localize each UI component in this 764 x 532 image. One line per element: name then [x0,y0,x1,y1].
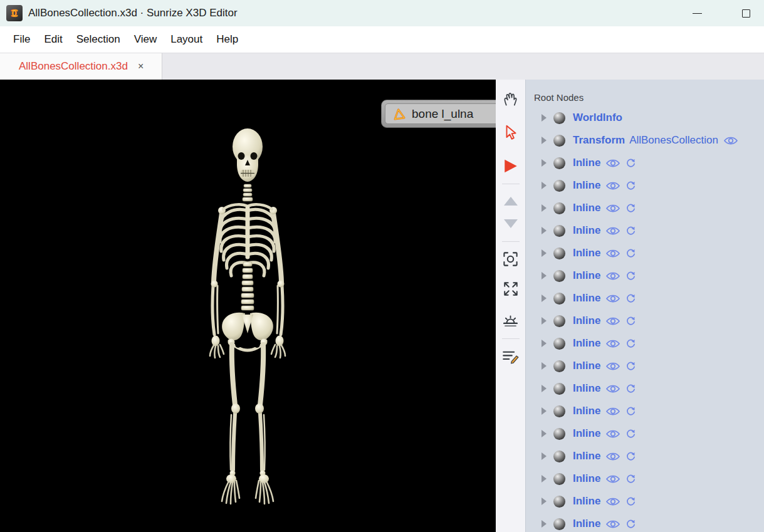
tree-node-row[interactable]: Inline [526,152,764,174]
tree-node-row[interactable]: Inline [526,219,764,242]
reload-icon[interactable] [625,248,636,259]
expand-arrow-icon[interactable] [542,475,547,482]
tree-node-row[interactable]: Inline [526,174,764,197]
node-type-label[interactable]: Inline [573,382,600,395]
visibility-eye-icon[interactable] [606,452,620,461]
visibility-eye-icon[interactable] [606,159,620,168]
tree-node-row[interactable]: Inline [526,445,764,467]
tree-node-row[interactable]: Inline [526,355,764,377]
expand-arrow-icon[interactable] [542,407,547,415]
node-type-label[interactable]: Inline [573,315,600,327]
minimize-button[interactable] [688,4,706,23]
reload-icon[interactable] [625,180,636,191]
select-arrow-tool[interactable] [501,123,521,142]
hand-pan-tool[interactable] [501,89,521,108]
reload-icon[interactable] [625,406,636,417]
move-up-button[interactable] [501,192,521,211]
viewport-3d[interactable]: bone l_ulna [0,80,496,532]
node-type-label[interactable]: Inline [573,360,600,372]
expand-arrow-icon[interactable] [542,498,547,505]
node-type-label[interactable]: Inline [573,405,600,417]
reload-icon[interactable] [625,519,636,529]
node-type-label[interactable]: WorldInfo [573,112,622,124]
tree-node-row[interactable]: Inline [526,377,764,400]
tree-node-row[interactable]: WorldInfo [526,107,764,129]
node-type-label[interactable]: Inline [573,247,600,259]
fit-view-button[interactable] [501,279,521,298]
visibility-eye-icon[interactable] [606,339,620,348]
edit-script-button[interactable] [501,347,521,365]
reload-icon[interactable] [625,203,636,214]
visibility-eye-icon[interactable] [606,362,620,371]
expand-arrow-icon[interactable] [542,114,547,122]
reload-icon[interactable] [625,474,636,484]
visibility-eye-icon[interactable] [606,204,620,213]
reload-icon[interactable] [625,158,636,169]
node-name-label[interactable]: AllBonesCollection [629,134,718,147]
visibility-eye-icon[interactable] [606,497,620,506]
node-type-label[interactable]: Inline [573,224,600,237]
visibility-eye-icon[interactable] [606,226,620,236]
expand-arrow-icon[interactable] [542,227,547,234]
menu-item[interactable]: Layout [164,29,209,50]
tab-close-icon[interactable]: × [138,61,144,72]
reload-icon[interactable] [625,361,636,372]
visibility-eye-icon[interactable] [606,316,620,326]
play-button[interactable] [501,157,521,175]
node-type-label[interactable]: Inline [573,472,600,485]
tree-node-row[interactable]: Inline [526,264,764,287]
tree-node-row[interactable]: Inline [526,310,764,332]
visibility-eye-icon[interactable] [606,429,620,439]
move-down-button[interactable] [501,214,521,233]
skeleton-model[interactable] [186,127,311,518]
node-type-label[interactable]: Transform [573,134,625,147]
menu-item[interactable]: View [127,29,164,50]
node-type-label[interactable]: Inline [573,202,600,214]
menu-item[interactable]: File [6,29,37,50]
tree-node-row[interactable]: Inline [526,242,764,264]
focus-selection-button[interactable] [501,249,521,268]
expand-arrow-icon[interactable] [542,204,547,212]
visibility-eye-icon[interactable] [606,181,620,190]
reload-icon[interactable] [625,226,636,236]
maximize-button[interactable] [736,4,755,23]
sunrise-environment-button[interactable] [501,311,521,330]
visibility-eye-icon[interactable] [606,407,620,416]
visibility-eye-icon[interactable] [606,474,620,484]
node-type-label[interactable]: Inline [573,179,600,192]
menu-item[interactable]: Help [209,29,245,50]
node-type-label[interactable]: Inline [573,518,600,530]
expand-arrow-icon[interactable] [542,452,547,460]
reload-icon[interactable] [625,316,636,326]
reload-icon[interactable] [625,293,636,304]
tree-node-row[interactable]: Transform AllBonesCollection [526,129,764,152]
reload-icon[interactable] [625,451,636,462]
expand-arrow-icon[interactable] [542,430,547,437]
node-type-label[interactable]: Inline [573,450,600,462]
menu-item[interactable]: Edit [37,29,69,50]
visibility-eye-icon[interactable] [606,271,620,281]
expand-arrow-icon[interactable] [542,182,547,189]
node-type-label[interactable]: Inline [573,157,600,169]
node-type-label[interactable]: Inline [573,337,600,350]
reload-icon[interactable] [625,338,636,349]
menu-item[interactable]: Selection [70,29,127,50]
expand-arrow-icon[interactable] [542,520,547,528]
visibility-eye-icon[interactable] [606,294,620,303]
tree-node-row[interactable]: Inline [526,400,764,422]
reload-icon[interactable] [625,271,636,281]
tree-node-row[interactable]: Inline [526,467,764,490]
tree-node-row[interactable]: Inline [526,332,764,355]
visibility-eye-icon[interactable] [606,249,620,258]
tree-node-row[interactable]: Inline [526,422,764,445]
tree-node-row[interactable]: Inline [526,197,764,219]
visibility-eye-icon[interactable] [724,136,738,145]
expand-arrow-icon[interactable] [542,295,547,302]
expand-arrow-icon[interactable] [542,249,547,257]
tree-node-row[interactable]: Inline [526,513,764,532]
reload-icon[interactable] [625,383,636,394]
visibility-eye-icon[interactable] [606,519,620,529]
expand-arrow-icon[interactable] [542,272,547,279]
tree-node-row[interactable]: Inline [526,490,764,513]
reload-icon[interactable] [625,496,636,507]
